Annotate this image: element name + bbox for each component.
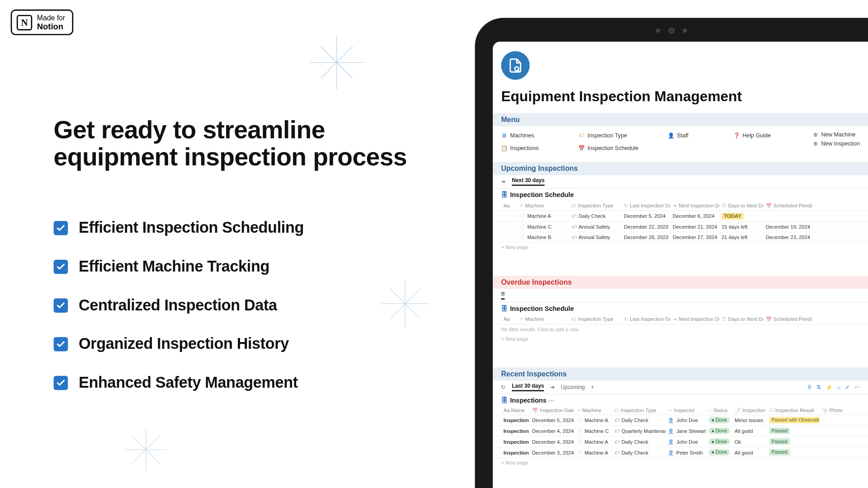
more-icon[interactable]: ⋯ [549, 397, 555, 403]
section-upcoming-header: Upcoming Inspections [493, 162, 868, 175]
notion-logo-icon: N [17, 14, 32, 30]
column-header[interactable]: ↗Machine [517, 316, 569, 323]
database-icon: 🗄 [501, 397, 507, 404]
column-header[interactable]: ⏱Days to Next Due ⓘ [719, 202, 764, 209]
feature-item: Efficient Inspection Scheduling [54, 219, 423, 237]
check-icon [54, 298, 68, 313]
check-icon [54, 337, 68, 352]
menu-label: Inspection Schedule [588, 145, 639, 151]
table-row[interactable]: InspectionDecember 4, 2024📄 Machine A🏷 D… [493, 436, 868, 447]
svg-line-3 [321, 47, 353, 79]
svg-point-12 [515, 67, 519, 71]
arrow-right-icon: ➜ [501, 178, 506, 184]
new-page-button[interactable]: + New page [493, 334, 868, 343]
section-recent-header: Recent Inspections [493, 367, 868, 380]
column-header[interactable]: ⏱Days to Next Due ⓘ [719, 316, 764, 323]
column-header[interactable]: 📅Scheduled Pending ⓘ [763, 316, 812, 323]
filter-icon[interactable]: ⚲ [807, 384, 811, 390]
menu-item-type[interactable]: 🏷Inspection Type [579, 131, 656, 140]
feature-text: Efficient Inspection Scheduling [79, 219, 304, 237]
section-menu-header: Menu [493, 113, 868, 126]
feature-text: Centralized Inspection Data [79, 296, 277, 315]
menu-item-machines[interactable]: 🖥Machines [501, 131, 578, 140]
check-icon [54, 375, 68, 390]
app-icon [501, 51, 529, 80]
empty-state[interactable]: No filter results. Click to add a row. [493, 324, 868, 334]
history-icon: ↻ [501, 384, 506, 390]
column-header[interactable]: 🏷 Inspection Type [612, 408, 666, 413]
column-header[interactable]: 📎 Photo [819, 408, 843, 413]
column-header[interactable]: 📅Scheduled Pending ⓘ [763, 202, 812, 209]
table-row[interactable]: 📄 Machine C🏷 Annual SafetyDecember 22, 2… [493, 222, 868, 232]
column-header[interactable]: ○ Status [706, 408, 732, 413]
plus-icon: ⊕ [813, 140, 819, 146]
menu-label: Help Guide [742, 132, 771, 139]
column-header[interactable]: ➜Next Inspection Due ⓘ [670, 316, 719, 323]
section-overdue-header: Overdue Inspections [493, 276, 868, 289]
column-header[interactable]: ↗ Machine [574, 408, 612, 413]
badge-top-text: Made for [37, 14, 65, 22]
column-header[interactable]: Aa Name [501, 408, 529, 413]
tab-next-30-days[interactable]: Next 30 days [512, 178, 545, 186]
expand-icon[interactable]: ⤢ [845, 384, 850, 390]
more-icon[interactable]: ⋯ [854, 384, 860, 390]
menu-item-inspections[interactable]: 📋Inspections [501, 144, 578, 153]
column-header[interactable]: 🏷Inspection Type [569, 202, 622, 209]
column-header[interactable]: ↗ Inspector [665, 408, 706, 413]
table-row[interactable]: 📄 Machine B🏷 Annual SafetyDecember 28, 2… [493, 232, 868, 242]
badge-bottom-text: Notion [37, 22, 65, 30]
database-icon: 🗄 [501, 305, 507, 312]
table-row[interactable]: InspectionDecember 3, 2024📄 Machine A🏷 D… [493, 447, 868, 458]
menu-item-help[interactable]: ❓Help Guide [733, 131, 811, 140]
feature-text: Efficient Machine Tracking [79, 258, 269, 276]
menu-label: Machines [510, 132, 534, 139]
feature-text: Enhanced Safety Management [79, 374, 298, 392]
feature-item: Efficient Machine Tracking [54, 258, 423, 276]
new-page-button[interactable]: + New page [493, 458, 868, 468]
column-header[interactable]: 🏷Inspection Type [569, 316, 622, 323]
column-header[interactable]: Aa [501, 316, 516, 323]
schedule-icon: 📅 [579, 145, 585, 151]
menu-label: Inspections [510, 145, 538, 151]
database-title: Inspection Schedule [510, 191, 574, 198]
column-header[interactable]: ➜Next Inspection Due ⓘ [670, 202, 719, 209]
page-title: Equipment Inspection Management [501, 88, 868, 105]
search-icon[interactable]: ⌕ [837, 384, 840, 390]
feature-item: Enhanced Safety Management [54, 374, 423, 392]
inspections-icon: 📋 [501, 145, 507, 151]
column-header[interactable]: 📝 Inspection Notes [732, 408, 767, 413]
tab-overdue[interactable]: !! [501, 291, 505, 300]
action-new-machine[interactable]: ⊕New Machine [813, 131, 860, 137]
menu-item-schedule[interactable]: 📅Inspection Schedule [579, 144, 656, 153]
column-header[interactable]: 📅 Inspection Date [530, 408, 574, 413]
action-new-inspection[interactable]: ⊕New Inspection [813, 140, 860, 146]
add-tab-icon[interactable]: + [591, 384, 594, 390]
column-header[interactable]: ↻Last Inspection Date [622, 316, 670, 323]
plus-icon: ⊕ [813, 131, 819, 137]
machines-icon: 🖥 [501, 132, 507, 138]
table-row[interactable]: InspectionDecember 4, 2024📄 Machine C🏷 Q… [493, 426, 868, 436]
sort-icon[interactable]: ⇅ [816, 384, 821, 390]
menu-label: Inspection Type [588, 132, 627, 139]
menu-label: Staff [677, 132, 689, 139]
column-header[interactable]: ↗Machine [517, 202, 569, 209]
svg-line-2 [321, 47, 353, 79]
feature-text: Organized Inspection History [79, 335, 289, 353]
column-header[interactable]: ☑ Inspection Result [767, 408, 819, 413]
new-page-button[interactable]: + New page [493, 242, 868, 252]
table-row[interactable]: InspectionDecember 5, 2024📄 Machine A🏷 D… [493, 415, 868, 426]
tablet-mockup: Equipment Inspection Management Menu 🖥Ma… [475, 18, 868, 488]
notch-dot [656, 28, 660, 33]
lightning-icon[interactable]: ⚡ [826, 384, 832, 390]
column-header[interactable]: ↻Last Inspection Date [622, 202, 670, 209]
database-title: Inspections [510, 397, 547, 404]
help-icon: ❓ [733, 132, 739, 138]
database-icon: 🗄 [501, 191, 507, 198]
svg-line-10 [132, 436, 160, 464]
tab-last-30-days[interactable]: Last 30 days [512, 383, 544, 391]
tab-upcoming[interactable]: Upcoming [561, 384, 585, 390]
column-header[interactable]: Aa [501, 202, 516, 209]
notch-dot [683, 28, 687, 33]
made-for-notion-badge: N Made for Notion [11, 9, 74, 35]
table-row[interactable]: 📄 Machine A🏷 Daily CheckDecember 5, 2024… [493, 211, 868, 222]
